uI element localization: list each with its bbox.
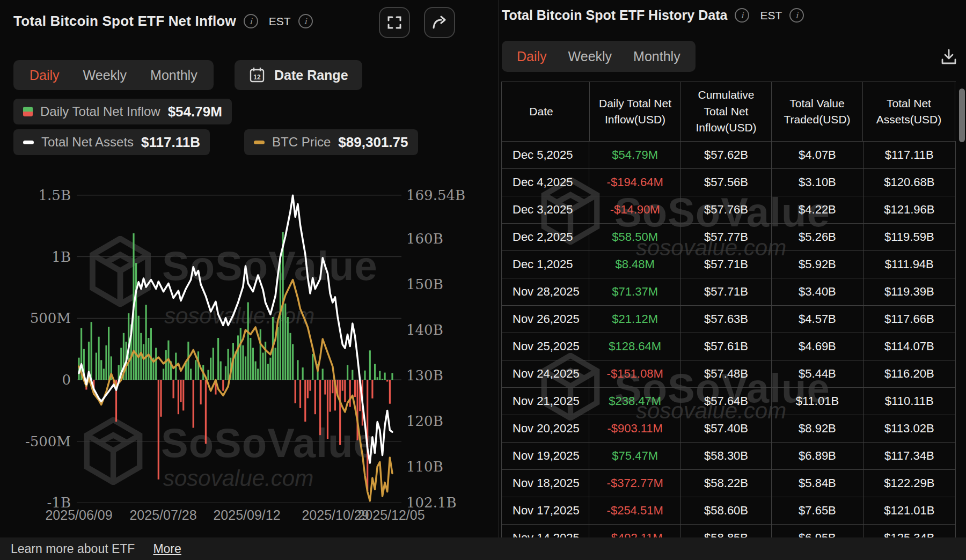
table-row[interactable]: Nov 18,2025-$372.77M$58.22B$5.84B$122.29…: [502, 470, 956, 497]
column-header: Daily Total Net Inflow(USD): [590, 82, 681, 141]
table-row[interactable]: Dec 3,2025-$14.90M$57.76B$4.22B$121.96B: [502, 196, 956, 224]
cumulative-cell: $58.60B: [681, 497, 772, 524]
table-row[interactable]: Nov 20,2025-$903.11M$57.40B$8.92B$113.02…: [502, 415, 956, 443]
x-axis-tick: 2025/12/05: [357, 507, 425, 523]
inflow-bar-negative: [222, 380, 224, 391]
tab-daily[interactable]: Daily: [517, 49, 547, 64]
inflow-bar-positive: [269, 358, 271, 380]
table-row[interactable]: Dec 1,2025$8.48M$57.71B$5.92B$111.94B: [502, 251, 956, 278]
inflow-bar-positive: [225, 366, 226, 380]
inflow-bar-negative: [386, 380, 388, 381]
download-icon: [940, 48, 958, 66]
traded-cell: $5.26B: [772, 224, 863, 250]
inflow-cell: $54.79M: [589, 142, 680, 168]
traded-cell: $3.10B: [772, 169, 863, 196]
table-title-row: Total Bitcoin Spot ETF History Data i ES…: [502, 8, 804, 23]
inflow-bar-positive: [384, 373, 386, 380]
inflow-bar-negative: [354, 380, 356, 397]
tab-monthly[interactable]: Monthly: [633, 49, 680, 64]
table-row[interactable]: Nov 26,2025$21.12M$57.63B$4.57B$117.66B: [502, 306, 956, 333]
inflow-bar-negative: [200, 380, 202, 404]
panel-divider: [498, 0, 499, 537]
table-row[interactable]: Dec 4,2025-$194.64M$57.56B$3.10B$120.68B: [502, 169, 956, 196]
inflow-bar-positive: [297, 360, 298, 380]
cumulative-cell: $57.40B: [681, 415, 772, 442]
table-row[interactable]: Dec 5,2025$54.79M$57.62B$4.07B$117.11B: [502, 142, 956, 169]
assets-cell: $114.07B: [863, 333, 956, 360]
net-inflow-chart[interactable]: [0, 0, 498, 537]
inflow-bar-positive: [262, 353, 264, 380]
inflow-bar-negative: [180, 380, 181, 402]
assets-cell: $121.01B: [863, 497, 956, 524]
inflow-bar-positive: [287, 317, 289, 380]
traded-cell: $3.40B: [772, 278, 863, 305]
tab-weekly[interactable]: Weekly: [568, 49, 612, 64]
cumulative-cell: $58.30B: [681, 443, 772, 469]
assets-cell: $120.68B: [863, 169, 956, 196]
inflow-bar-positive: [155, 348, 157, 380]
inflow-bar-positive: [143, 344, 144, 380]
y-axis-left-tick: 0: [12, 373, 71, 387]
inflow-bar-positive: [369, 350, 371, 380]
info-icon[interactable]: i: [789, 8, 804, 23]
assets-cell: $121.96B: [863, 196, 956, 223]
table-row[interactable]: Dec 2,2025$58.50M$57.77B$5.26B$119.59B: [502, 224, 956, 251]
cumulative-cell: $57.76B: [681, 196, 772, 223]
table-row[interactable]: Nov 25,2025$128.64M$57.61B$4.69B$114.07B: [502, 333, 956, 360]
table-scrollbar[interactable]: [959, 89, 965, 142]
info-icon[interactable]: i: [735, 8, 749, 23]
date-cell: Dec 2,2025: [502, 224, 589, 250]
date-cell: Nov 17,2025: [502, 497, 589, 524]
inflow-bar-positive: [250, 338, 251, 380]
inflow-bar-negative: [295, 380, 296, 403]
table-row[interactable]: Nov 28,2025$71.37M$57.71B$3.40B$119.39B: [502, 278, 956, 306]
traded-cell: $6.89B: [772, 443, 863, 469]
inflow-cell: $128.64M: [589, 333, 680, 360]
learn-more-text: Learn more about ETF: [11, 542, 135, 556]
date-cell: Nov 18,2025: [502, 470, 589, 497]
traded-cell: $4.07B: [772, 142, 863, 168]
assets-cell: $113.02B: [863, 415, 956, 442]
table-row[interactable]: Nov 21,2025$238.47M$57.64B$11.01B$110.11…: [502, 388, 956, 415]
total-net-assets-line: [79, 195, 392, 463]
inflow-bar-positive: [228, 349, 229, 380]
column-header: Cumulative Total Net Inflow(USD): [681, 82, 772, 141]
inflow-bar-positive: [210, 358, 211, 380]
inflow-bar-positive: [242, 345, 244, 380]
traded-cell: $8.92B: [772, 415, 863, 442]
inflow-bar-positive: [165, 350, 167, 380]
download-button[interactable]: [938, 46, 960, 68]
assets-cell: $111.94B: [863, 251, 956, 278]
cumulative-cell: $57.48B: [681, 360, 772, 387]
more-link[interactable]: More: [153, 542, 181, 556]
table-row[interactable]: Nov 24,2025-$151.08M$57.48B$5.44B$116.20…: [502, 360, 956, 388]
inflow-bar-positive: [352, 370, 353, 380]
inflow-bar-negative: [182, 380, 184, 410]
inflow-bar-positive: [322, 369, 324, 380]
history-data-panel: Total Bitcoin Spot ETF History Data i ES…: [499, 0, 966, 537]
table-row[interactable]: Nov 17,2025-$254.51M$58.60B$7.65B$121.01…: [502, 497, 956, 525]
date-cell: Nov 24,2025: [502, 360, 589, 387]
net-inflow-chart-panel: Total Bitcoin Spot ETF Net Inflow i EST …: [0, 0, 498, 537]
inflow-bar-positive: [275, 348, 276, 380]
inflow-bar-negative: [332, 380, 333, 393]
date-cell: Dec 1,2025: [502, 251, 589, 278]
traded-cell: $4.22B: [772, 196, 863, 223]
sosovalue-dashboard: Total Bitcoin Spot ETF Net Inflow i EST …: [0, 0, 966, 560]
date-cell: Dec 5,2025: [502, 142, 589, 168]
x-axis-tick: 2025/06/09: [45, 507, 112, 523]
inflow-bar-positive: [108, 327, 109, 380]
inflow-bar-positive: [257, 369, 259, 380]
inflow-bar-positive: [391, 373, 393, 380]
inflow-bar-positive: [185, 363, 187, 380]
inflow-bar-positive: [364, 371, 365, 380]
inflow-bar-positive: [379, 371, 380, 380]
y-axis-right-tick: 169.54B: [406, 188, 465, 202]
inflow-bar-positive: [195, 360, 196, 380]
inflow-bar-negative: [205, 380, 207, 444]
table-row[interactable]: Nov 19,2025$75.47M$58.30B$6.89B$117.34B: [502, 443, 956, 470]
date-cell: Dec 4,2025: [502, 169, 589, 196]
inflow-bar-positive: [91, 322, 92, 380]
inflow-cell: -$151.08M: [589, 360, 680, 387]
inflow-bar-negative: [309, 380, 311, 391]
